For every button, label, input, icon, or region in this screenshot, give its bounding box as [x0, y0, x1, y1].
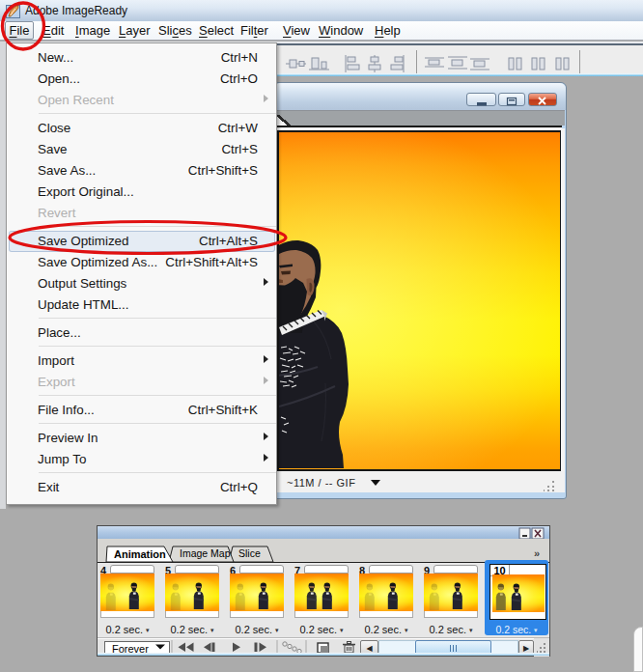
- svg-text:»: »: [534, 547, 540, 559]
- svg-text:Image Map: Image Map: [180, 547, 231, 559]
- svg-text:Slice: Slice: [238, 547, 261, 559]
- svg-text:Animation: Animation: [114, 548, 166, 560]
